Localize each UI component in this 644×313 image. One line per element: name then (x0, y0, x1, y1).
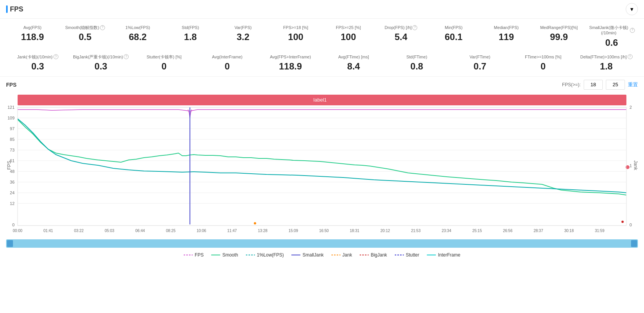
svg-text:01:41: 01:41 (44, 229, 53, 233)
stat-medrange-fps: MedRange(FPS)[%] 99.9 (533, 23, 585, 44)
svg-text:23:34: 23:34 (442, 229, 452, 233)
stat-value-min-fps: 60.1 (430, 32, 477, 42)
svg-text:28:37: 28:37 (534, 229, 544, 233)
svg-point-32 (254, 222, 256, 224)
legend-item-smooth-legend[interactable]: Smooth (211, 252, 238, 258)
stat-label-stutter: Stutter(卡顿率) [%] (136, 54, 193, 60)
stat-value-std-ftime: 0.8 (388, 61, 445, 72)
legend-item-interframe-legend[interactable]: InterFrame (427, 252, 460, 258)
legend-label-bigjank-legend: BigJank (371, 252, 387, 258)
fps18-input[interactable] (584, 80, 603, 90)
help-icon[interactable]: ? (630, 28, 635, 33)
legend-item-stutter-legend[interactable]: Stutter (395, 252, 419, 258)
stat-label-jank: Jank(卡顿)(/10min)? (9, 54, 66, 60)
stat-avg-fps-interframe: Avg(FPS+InterFrame) 118.9 (259, 53, 322, 73)
legend-line-jank-legend (331, 255, 341, 255)
svg-text:label1: label1 (313, 97, 327, 103)
chart-header: FPS FPS(>=): 重置 (6, 80, 638, 90)
svg-text:25:15: 25:15 (472, 229, 482, 233)
stat-fps18: FPS>=18 [%] 100 (270, 23, 322, 44)
stat-label-var-ftime: Var(FTime) (452, 54, 509, 60)
stat-value-fps25: 100 (325, 32, 372, 42)
stat-value-fps18: 100 (273, 32, 319, 42)
fps-gte-label: FPS(>=): (562, 82, 581, 87)
svg-text:31:59: 31:59 (595, 229, 605, 233)
stat-value-bigjank: 0.3 (73, 61, 130, 72)
help-icon[interactable]: ? (628, 54, 633, 59)
legend-label-smooth-legend: Smooth (222, 252, 238, 258)
svg-text:12: 12 (10, 201, 15, 206)
svg-text:18:31: 18:31 (350, 229, 360, 233)
stat-value-avg-fps: 118.9 (9, 32, 56, 42)
stat-value-avg-ftime: 8.4 (325, 61, 383, 72)
stat-value-drop-fps: 5.4 (378, 32, 424, 42)
legend-label-interframe-legend: InterFrame (438, 252, 460, 258)
help-icon[interactable]: ? (100, 25, 105, 30)
stat-value-std-fps: 1.8 (167, 32, 214, 42)
stat-value-delta-ftime: 1.8 (578, 61, 635, 72)
stat-label-low1pct: 1%Low(FPS) (115, 25, 161, 30)
legend-item-bigjank-legend[interactable]: BigJank (360, 252, 387, 258)
stat-ftime100: FTime>=100ms [%] 0 (512, 53, 575, 73)
legend-line-bigjank-legend (360, 255, 369, 255)
stat-label-fps25: FPS>=25 [%] (325, 25, 372, 30)
help-icon[interactable]: ? (53, 54, 58, 59)
stat-var-ftime: Var(FTime) 0.7 (449, 53, 512, 73)
help-icon[interactable]: ? (412, 25, 417, 30)
scrollbar-left-handle[interactable] (7, 240, 13, 247)
svg-text:08:25: 08:25 (166, 229, 176, 233)
legend-item-jank-legend[interactable]: Jank (331, 252, 352, 258)
stat-avg-interframe: Avg(InterFrame) 0 (196, 53, 259, 73)
svg-text:30:18: 30:18 (564, 229, 574, 233)
legend-label-stutter-legend: Stutter (406, 252, 419, 258)
stat-label-avg-fps-interframe: Avg(FPS+InterFrame) (262, 54, 319, 60)
stat-std-fps: Std(FPS) 1.8 (164, 23, 217, 44)
svg-text:10:06: 10:06 (197, 229, 207, 233)
svg-text:2: 2 (629, 105, 632, 110)
legend-line-fps-legend (184, 255, 193, 255)
svg-text:21:53: 21:53 (411, 229, 421, 233)
stat-value-ftime100: 0 (515, 61, 572, 72)
help-icon[interactable]: ? (124, 54, 129, 59)
fps-controls: FPS(>=): 重置 (562, 80, 638, 90)
legend-item-low1pct-legend[interactable]: 1%Low(FPS) (246, 252, 284, 258)
stat-value-avg-fps-interframe: 118.9 (262, 61, 319, 72)
svg-text:FPS: FPS (6, 161, 12, 169)
reset-button[interactable]: 重置 (628, 81, 638, 88)
stat-value-avg-interframe: 0 (199, 61, 256, 72)
svg-text:13:28: 13:28 (258, 229, 268, 233)
legend-item-smalljank-legend[interactable]: SmallJank (291, 252, 323, 258)
scrollbar[interactable] (6, 239, 638, 248)
stat-drop-fps: Drop(FPS) [/h]? 5.4 (374, 23, 427, 44)
svg-point-33 (621, 221, 624, 223)
chart-svg: label1 121 109 97 (6, 93, 638, 238)
stat-std-ftime: Std(FTime) 0.8 (385, 53, 449, 73)
stat-delta-ftime: Delta(FTime)>100ms [/h]? 1.8 (575, 53, 638, 73)
stat-stutter: Stutter(卡顿率) [%] 0 (132, 53, 196, 73)
stat-median-fps: Median(FPS) 119 (480, 23, 533, 44)
svg-text:03:22: 03:22 (74, 229, 84, 233)
stat-label-smooth: Smooth(稳帧指数)? (62, 25, 108, 30)
fps25-input[interactable] (606, 80, 625, 90)
svg-text:16:50: 16:50 (319, 229, 329, 233)
header: FPS ▼ (0, 0, 644, 19)
stat-label-std-ftime: Std(FTime) (388, 54, 445, 60)
stat-label-median-fps: Median(FPS) (483, 25, 529, 30)
stat-value-var-fps: 3.2 (220, 32, 266, 42)
stat-avg-ftime: Avg(FTime) [ms] 8.4 (322, 53, 386, 73)
stat-fps25: FPS>=25 [%] 100 (322, 23, 375, 44)
svg-text:73: 73 (10, 148, 15, 152)
stats-row-2: Jank(卡顿)(/10min)? 0.3 BigJank(严重卡顿)(/10m… (6, 53, 638, 73)
scrollbar-right-handle[interactable] (631, 240, 637, 247)
svg-text:85: 85 (10, 137, 15, 142)
legend-line-interframe-legend (427, 255, 436, 255)
legend-item-fps-legend[interactable]: FPS (184, 252, 203, 258)
dropdown-button[interactable]: ▼ (626, 3, 638, 15)
stat-value-medrange-fps: 99.9 (536, 32, 582, 42)
svg-text:26:56: 26:56 (503, 229, 513, 233)
stat-label-ftime100: FTime>=100ms [%] (515, 54, 572, 60)
stat-value-low1pct: 68.2 (115, 32, 161, 42)
svg-text:06:44: 06:44 (136, 229, 145, 233)
stat-value-median-fps: 119 (483, 32, 529, 42)
stat-jank: Jank(卡顿)(/10min)? 0.3 (6, 53, 69, 73)
